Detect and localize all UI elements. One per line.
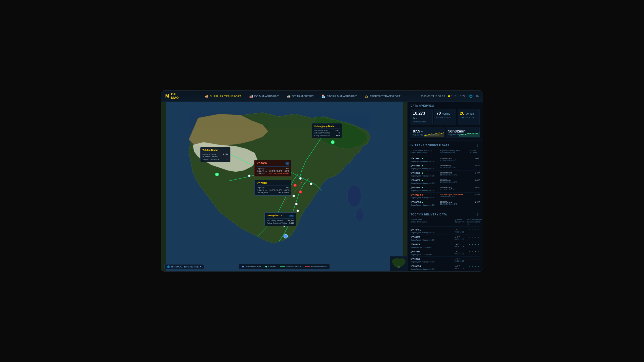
dc-transport-icon: 🚛 bbox=[287, 95, 291, 98]
check-seal: ✓ bbox=[469, 236, 471, 238]
svg-point-6 bbox=[310, 183, 312, 185]
svg-point-18 bbox=[347, 185, 361, 207]
check-shelf: ✓ bbox=[478, 236, 480, 238]
in-transit-section: IN-TRANSIT VEHICLE DATA ⋮ License Plate … bbox=[408, 141, 483, 210]
todays-delivery-title: TODAY'S DELIVERY DATA ⋮ bbox=[411, 212, 480, 216]
globe-icon: 🌐 bbox=[469, 95, 473, 98]
chevron-down-icon: ▾ bbox=[200, 265, 201, 268]
perspective-icon: 🌐 bbox=[167, 265, 170, 268]
distribution-center-dot bbox=[242, 266, 244, 267]
in-transit-table-header: License Plate (Condition)Origin - Destin… bbox=[411, 149, 480, 155]
check-sanitation: ✓ bbox=[475, 229, 477, 231]
in-transit-title: IN-TRANSIT VEHICLE DATA ⋮ bbox=[411, 143, 480, 147]
delivery-table-header: License PlateOrigin - Destination Quanti… bbox=[411, 218, 480, 227]
table-row: 沪A392G3 Suqan Tyson - Guangzhou DC 09/09… bbox=[411, 200, 480, 207]
tooltip-a789d3: 沪A789D3 Capacity 342 Cabin Temp 15.3°C /… bbox=[254, 180, 291, 196]
store-management-icon: 🏪 bbox=[322, 95, 326, 98]
status-dot-normal bbox=[422, 187, 423, 188]
delivery-row: 沪A63889 Suqan Tyson - Xiaogan DC 1,437 0… bbox=[411, 242, 480, 249]
table-row: 沪A63889 Suqan Tyson - Guangzhou DC 09/08… bbox=[411, 171, 480, 178]
svg-point-17 bbox=[215, 173, 219, 176]
delivery-menu[interactable]: ⋮ bbox=[476, 212, 480, 216]
delivery-row: 沪A63889 Suqan Tyson - Guangzhou DC 1,437… bbox=[411, 257, 480, 264]
svg-point-16 bbox=[331, 141, 334, 144]
todays-delivery-section: TODAY'S DELIVERY DATA ⋮ License PlateOri… bbox=[408, 210, 483, 271]
stat-current-vehicles: 70 vehicle Current Vehicles bbox=[434, 109, 456, 125]
tab-dc-transport[interactable]: 🚛 DC TRANSPORT bbox=[283, 93, 317, 100]
delivery-row: 沪A392G3 Suqan Tyson - Guangzhou DC 1,437… bbox=[411, 264, 480, 271]
main-screen: M CAI NIAO 🚚 SUPPLIER TRANSPORT 🏭 DC MAN… bbox=[161, 90, 483, 272]
svg-point-15 bbox=[284, 234, 288, 238]
check-seal: ✓ bbox=[469, 258, 471, 260]
stat-current-goods: 18,273 box Current Goods bbox=[411, 109, 433, 125]
delivery-row: 沪A63889 Suqan Tyson - Guangzhou DC 1,437… bbox=[411, 235, 480, 242]
check-sanitation: ✓ bbox=[475, 258, 477, 260]
check-temp: ✓ bbox=[472, 243, 474, 246]
logo-area: M CAI NIAO bbox=[165, 93, 179, 99]
avg-time-chart bbox=[459, 131, 479, 137]
svg-point-1 bbox=[248, 175, 251, 177]
check-shelf: ✓ bbox=[478, 258, 480, 260]
legend-distribution-center: Distribution Center bbox=[242, 265, 261, 268]
tab-supplier-transport[interactable]: 🚚 SUPPLIER TRANSPORT bbox=[201, 93, 245, 100]
cainiao-logo: CAI NIAO bbox=[171, 93, 179, 99]
delivery-row: 沪A78A81 Suqan Tyson - Guangzhou DC 1,437… bbox=[411, 228, 480, 235]
legend-transport: Transport vehicle bbox=[280, 265, 301, 268]
in-transit-menu[interactable]: ⋮ bbox=[476, 143, 480, 147]
stats-row2: 87.5 % Avg On-Time Rate Last Week 56h32m… bbox=[411, 127, 480, 138]
tooltip-a392g3: 沪A392G3 ⚠ Capacity 342 Cabin Temp 15.3°C… bbox=[254, 160, 291, 176]
data-overview-section: DATA OVERVIEW 18,273 box Current Goods 7… bbox=[408, 102, 483, 141]
svg-marker-22 bbox=[424, 132, 444, 137]
check-shelf: ✓ bbox=[478, 243, 480, 246]
stat-avg-time: 56h32min Avg Time Last Week bbox=[446, 127, 480, 138]
check-temp: ✓ bbox=[472, 258, 474, 260]
check-seal: ✓ bbox=[469, 250, 471, 253]
svg-point-5 bbox=[299, 177, 302, 180]
check-shelf: ✓ bbox=[478, 229, 480, 231]
tab-dc-management[interactable]: 🏭 DC MANAGEMENT bbox=[245, 93, 283, 100]
check-temp: ✓ bbox=[472, 250, 474, 253]
table-row: 沪A63889 Suqan Tyson - Guangzhou DC 09/08… bbox=[411, 163, 480, 171]
stat-on-time-rate: 87.5 % Avg On-Time Rate Last Week bbox=[411, 127, 445, 138]
status-dot-normal bbox=[422, 172, 423, 174]
abnormal-line bbox=[305, 266, 310, 267]
status-dot-normal bbox=[422, 158, 423, 159]
map-legend: Distribution Center Supplier Transport v… bbox=[239, 264, 330, 269]
svg-point-13 bbox=[294, 184, 296, 187]
svg-point-9 bbox=[295, 203, 298, 205]
datetime-display: 2023.08.2116:32:29 bbox=[420, 95, 445, 98]
check-sanitation: ✓ bbox=[475, 265, 477, 267]
minimap bbox=[390, 256, 407, 271]
status-dot-warning bbox=[422, 194, 423, 196]
minimap-svg bbox=[390, 256, 407, 271]
mcdonalds-icon: M bbox=[165, 94, 169, 99]
tooltip-guangzhou-dc: Guangzhou DC DC Est. Today Receipt 11,34… bbox=[264, 212, 296, 226]
main-content: Tulufan Bimbo In-transit Cargo 2,342 In-… bbox=[161, 102, 483, 271]
legend-abnormal: Abnormal vehicle bbox=[305, 265, 327, 268]
map-area[interactable]: Tulufan Bimbo In-transit Cargo 2,342 In-… bbox=[161, 102, 407, 271]
temp-indicator: 15℃～18℃ bbox=[448, 94, 466, 98]
check-temp: ✓ bbox=[472, 229, 474, 231]
nav-tabs: 🚚 SUPPLIER TRANSPORT 🏭 DC MANAGEMENT 🚛 D… bbox=[185, 93, 420, 100]
supplier-dot bbox=[265, 266, 267, 267]
tab-store-management[interactable]: 🏪 STORE MANAGEMENT bbox=[318, 93, 361, 100]
svg-point-8 bbox=[293, 195, 295, 197]
svg-point-14 bbox=[299, 191, 302, 193]
svg-point-19 bbox=[356, 208, 364, 221]
national-perspective-button[interactable]: 🌐 NATIONAL PERSPECTIVE ▾ bbox=[164, 264, 204, 269]
transport-line bbox=[280, 266, 285, 267]
header: M CAI NIAO 🚚 SUPPLIER TRANSPORT 🏭 DC MAN… bbox=[161, 91, 483, 102]
tooltip-tulufan: Tulufan Bimbo In-transit Cargo 2,342 In-… bbox=[200, 147, 230, 162]
table-row: 沪A63889 Suqan Tyson - Guangzhou DC 09/08… bbox=[411, 178, 480, 185]
stats-grid: 18,273 box Current Goods 70 vehicle Curr… bbox=[411, 109, 480, 125]
status-dot-normal bbox=[422, 180, 423, 181]
on-time-chart bbox=[424, 131, 444, 137]
check-sanitation: ✓ bbox=[475, 243, 477, 246]
table-row: 沪A63889 Suqan Tyson - Guangzhou DC 09/08… bbox=[411, 185, 480, 193]
status-dot-normal bbox=[422, 165, 423, 166]
check-seal: ✓ bbox=[469, 229, 471, 231]
tab-takeout-transport[interactable]: 🛵 TAKEOUT TRANSPORT bbox=[361, 93, 404, 100]
header-right: 2023.08.2116:32:29 15℃～18℃ 🌐 2h bbox=[420, 94, 479, 98]
check-seal: ✓ bbox=[469, 265, 471, 267]
check-shelf: ✓ bbox=[478, 265, 480, 267]
